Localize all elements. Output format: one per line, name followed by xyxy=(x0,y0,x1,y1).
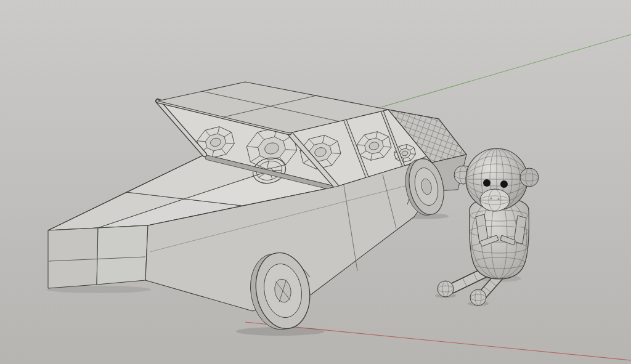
car-front-fascia[interactable] xyxy=(48,225,148,288)
monkey-muzzle[interactable] xyxy=(480,189,510,211)
monkey-nostril xyxy=(490,197,492,199)
viewport-3d[interactable] xyxy=(0,0,631,364)
viewport-stage xyxy=(0,0,631,364)
monkey-nostril xyxy=(497,198,499,200)
monkey-ear-near[interactable] xyxy=(520,168,539,187)
monkey-eye-right[interactable] xyxy=(500,180,508,188)
monkey-foot[interactable] xyxy=(470,289,486,305)
monkey-foot[interactable] xyxy=(438,281,454,297)
monkey-eye-left[interactable] xyxy=(483,179,491,187)
